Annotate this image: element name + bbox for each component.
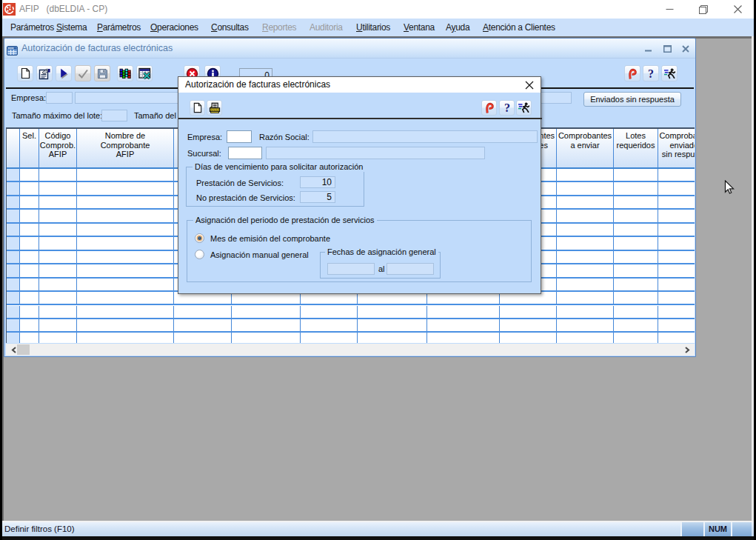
grid-cell[interactable]: [358, 306, 427, 318]
tamano-maximo-field[interactable]: [101, 110, 127, 121]
toolbar-button-properties[interactable]: [36, 65, 53, 81]
menu-item-utilitarios[interactable]: Utilitarios: [356, 19, 390, 36]
grid-cell[interactable]: [658, 169, 695, 181]
dialog-sucursal-field[interactable]: [228, 147, 262, 159]
toolbar-button-exit-run[interactable]: [661, 65, 678, 81]
child-minimize-button[interactable]: [641, 43, 655, 54]
grid-cell[interactable]: [614, 169, 658, 181]
toolbar-button-export-grid[interactable]: [136, 65, 153, 81]
menu-item-reportes[interactable]: Reportes: [262, 19, 296, 36]
column-header-código[interactable]: Código Comprob. AFIP: [39, 129, 77, 167]
toolbar-button-save[interactable]: [94, 65, 110, 81]
grid-cell[interactable]: [557, 182, 614, 194]
grid-cell[interactable]: [557, 306, 614, 318]
dialog-button-exit-run[interactable]: [516, 100, 532, 116]
grid-cell[interactable]: [39, 319, 77, 331]
grid-cell[interactable]: [614, 264, 658, 276]
grid-cell[interactable]: [658, 292, 695, 304]
menu-item-operaciones[interactable]: Operaciones: [150, 19, 198, 36]
enviados-sin-respuesta-button[interactable]: Enviados sin respuesta: [583, 92, 681, 107]
grid-cell[interactable]: [614, 237, 658, 249]
grid-cell[interactable]: [658, 319, 695, 331]
dialog-close-button[interactable]: [523, 79, 535, 91]
grid-cell[interactable]: [77, 333, 174, 343]
row-selector-cell[interactable]: [7, 196, 20, 208]
menu-item-par-metros[interactable]: Parámetros: [97, 19, 141, 36]
dialog-empresa-field[interactable]: [227, 130, 252, 143]
grid-cell[interactable]: [174, 319, 232, 331]
grid-cell[interactable]: [427, 306, 500, 318]
row-selector-cell[interactable]: [7, 279, 20, 290]
grid-cell[interactable]: [20, 306, 39, 318]
prestacion-field[interactable]: 10: [300, 176, 335, 188]
grid-cell[interactable]: [20, 196, 39, 208]
row-selector-cell[interactable]: [7, 237, 20, 249]
grid-cell[interactable]: [557, 210, 614, 221]
menu-item-atenci-n-a-clientes[interactable]: Atención a Clientes: [483, 19, 555, 36]
grid-cell[interactable]: [39, 237, 77, 249]
grid-cell[interactable]: [174, 333, 232, 343]
grid-cell[interactable]: [77, 169, 174, 181]
row-selector-cell[interactable]: [7, 251, 20, 263]
grid-cell[interactable]: [39, 306, 77, 318]
row-selector-cell[interactable]: [7, 319, 20, 331]
row-selector-cell[interactable]: [7, 182, 20, 194]
grid-cell[interactable]: [557, 224, 614, 236]
grid-cell[interactable]: [20, 292, 39, 304]
grid-cell[interactable]: [658, 251, 695, 263]
grid-cell[interactable]: [301, 333, 358, 343]
grid-cell[interactable]: [658, 333, 695, 343]
row-selector-cell[interactable]: [7, 224, 20, 236]
row-selector-cell[interactable]: [7, 210, 20, 221]
column-header-comprobantes[interactable]: Comprobantes a enviar: [557, 129, 614, 167]
grid-cell[interactable]: [232, 306, 301, 318]
grid-cell[interactable]: [557, 292, 614, 304]
menu-item-ventana[interactable]: Ventana: [404, 19, 435, 36]
grid-cell[interactable]: [614, 319, 658, 331]
column-header-lotes[interactable]: Lotes requeridos: [614, 129, 658, 167]
grid-cell[interactable]: [232, 333, 301, 343]
grid-cell[interactable]: [614, 224, 658, 236]
grid-cell[interactable]: [614, 306, 658, 318]
grid-cell[interactable]: [39, 210, 77, 221]
grid-cell[interactable]: [20, 251, 39, 263]
row-selector-cell[interactable]: [7, 306, 20, 318]
grid-cell[interactable]: [39, 196, 77, 208]
toolbar-button-confirm[interactable]: [75, 65, 91, 81]
grid-cell[interactable]: [358, 319, 427, 331]
toolbar-button-exit-rho[interactable]: [624, 65, 640, 81]
toolbar-button-run[interactable]: [56, 65, 72, 81]
grid-cell[interactable]: [39, 224, 77, 236]
grid-row[interactable]: [7, 333, 695, 343]
child-close-button[interactable]: [679, 43, 692, 54]
grid-cell[interactable]: [20, 319, 39, 331]
grid-cell[interactable]: [557, 251, 614, 263]
radio-mes-emision[interactable]: [195, 233, 204, 243]
grid-cell[interactable]: [557, 169, 614, 181]
window-close-button[interactable]: [725, 0, 750, 19]
grid-cell[interactable]: [358, 333, 427, 343]
grid-cell[interactable]: [39, 251, 77, 263]
grid-cell[interactable]: [174, 306, 232, 318]
grid-cell[interactable]: [658, 196, 695, 208]
grid-cell[interactable]: [557, 319, 614, 331]
grid-cell[interactable]: [301, 319, 358, 331]
grid-cell[interactable]: [658, 224, 695, 236]
grid-cell[interactable]: [500, 333, 557, 343]
menu-item-consultas[interactable]: Consultas: [211, 19, 249, 36]
grid-row[interactable]: [7, 319, 695, 333]
grid-cell[interactable]: [77, 306, 174, 318]
row-selector-cell[interactable]: [7, 169, 20, 181]
horizontal-scrollbar[interactable]: [6, 344, 695, 356]
grid-cell[interactable]: [39, 279, 77, 290]
scroll-right-button[interactable]: [682, 344, 692, 355]
grid-cell[interactable]: [77, 292, 174, 304]
window-minimize-button[interactable]: [657, 0, 682, 19]
column-header[interactable]: [7, 129, 20, 167]
grid-cell[interactable]: [614, 333, 658, 343]
no-prestacion-field[interactable]: 5: [300, 191, 335, 203]
toolbar-button-help[interactable]: ?: [643, 65, 659, 81]
dialog-razon-field[interactable]: [312, 130, 538, 143]
dialog-sucursal-name-field[interactable]: [266, 147, 485, 159]
grid-cell[interactable]: [20, 224, 39, 236]
